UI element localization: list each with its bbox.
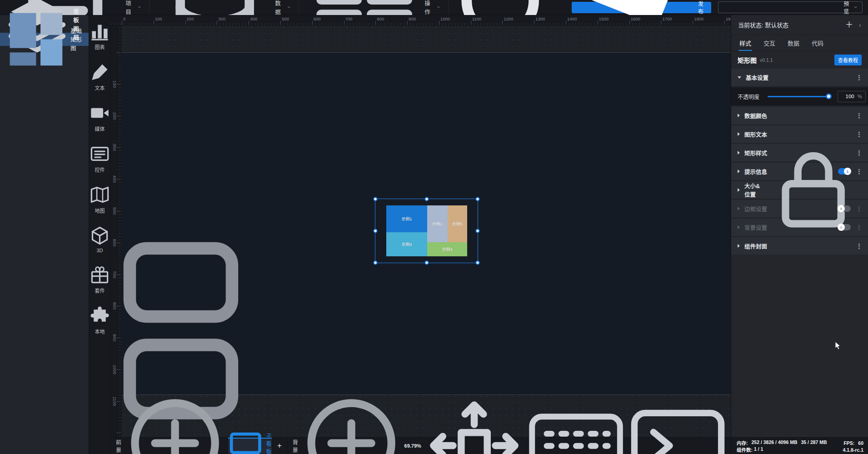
toggle-off[interactable]: 0 <box>838 224 851 230</box>
rail-item-kit-label: 套件 <box>95 287 105 294</box>
main-area: 看板图层 基础矩形图 图表文本媒体控件地图3D套件本地 010020030040… <box>0 15 868 454</box>
kebab-menu-icon[interactable]: ⋮ <box>856 205 863 212</box>
selection-handle[interactable] <box>374 261 378 265</box>
ruler-label: 500 <box>112 207 117 215</box>
selection-handle[interactable] <box>424 197 429 201</box>
publish-button[interactable]: 发布 <box>572 2 711 13</box>
menu-project-label: 项目 <box>125 0 135 16</box>
ruler-label: 600 <box>314 16 321 21</box>
component-title-row: 矩形图 v0.1.1 查看教程 <box>731 51 868 69</box>
ruler-label: 1300 <box>535 16 545 21</box>
rail-item-charts[interactable]: 图表 <box>89 20 110 50</box>
kebab-menu-icon[interactable]: ⋮ <box>856 112 863 119</box>
rail-item-map[interactable]: 地图 <box>89 184 110 214</box>
canvas-area[interactable]: 0100200300400500600700800900100011001200… <box>111 15 731 454</box>
caret-down-icon <box>738 76 741 79</box>
expand-states-icon[interactable]: › <box>859 21 861 28</box>
section-2[interactable]: 数据颜色⋮ <box>731 107 868 124</box>
section-controls: ⋮ <box>856 131 863 138</box>
ruler-label: 400 <box>250 16 257 21</box>
tutorial-button[interactable]: 查看教程 <box>834 55 862 65</box>
map-icon <box>89 184 110 205</box>
selection-handle[interactable] <box>476 261 480 265</box>
treemap-component-selection[interactable]: 示例1示例2示例5示例4示例3 <box>375 199 478 263</box>
kebab-menu-icon[interactable]: ⋮ <box>856 243 863 249</box>
kebab-menu-icon[interactable]: ⋮ <box>856 74 863 81</box>
console-icon[interactable] <box>629 408 727 454</box>
kebab-menu-icon[interactable]: ⋮ <box>856 224 863 231</box>
menu-operation[interactable]: 操作 <box>299 0 449 15</box>
section-6[interactable]: 大小&位置 <box>731 181 868 199</box>
treemap-cell-label: 示例4 <box>401 241 412 247</box>
ruler-label: 1800 <box>694 16 703 21</box>
chevron-down-icon <box>287 5 291 9</box>
rail-item-kit[interactable]: 套件 <box>89 264 110 294</box>
section-label: 大小&位置 <box>744 181 764 199</box>
widget-icon <box>89 143 110 165</box>
component-version: v0.1.1 <box>760 57 773 63</box>
add-state-button[interactable]: ＋ <box>845 21 853 29</box>
preview-button[interactable]: 预览 <box>718 1 863 13</box>
status-bar: 内存: 252 / 3826 / 4096 MB 35 / 287 MB FPS… <box>731 437 868 454</box>
ruler-label: 1200 <box>504 16 513 21</box>
dashboard-editor-app: 项目数据操作 发布 预览 看板图层 基础矩形图 <box>0 0 868 454</box>
kebab-menu-icon[interactable]: ⋮ <box>856 131 863 138</box>
ruler-label: 800 <box>377 16 384 21</box>
treemap-cell: 示例4 <box>386 232 427 256</box>
fit-view-icon[interactable] <box>425 397 523 454</box>
ruler-label: 500 <box>282 16 289 21</box>
opacity-slider-thumb[interactable] <box>826 94 832 100</box>
section-3[interactable]: 图形文本⋮ <box>731 125 868 143</box>
menu-data[interactable]: 数据 <box>150 0 299 15</box>
kit-icon <box>89 264 110 285</box>
inspector-tab-4[interactable]: 代码 <box>812 39 823 51</box>
section-label: 数据颜色 <box>744 111 767 120</box>
inspector-tab-1[interactable]: 样式 <box>739 39 751 51</box>
inspector-tab-2[interactable]: 交互 <box>763 39 775 51</box>
status-line-2: 组件数: 1 / 1 4.1.8-rc.1 <box>737 446 863 453</box>
selection-handle[interactable] <box>374 197 378 201</box>
menu-operation-label: 操作 <box>424 0 434 16</box>
rail-item-3d[interactable]: 3D <box>89 225 110 253</box>
memory-label: 内存: <box>737 439 748 446</box>
treemap-cell-label: 示例3 <box>442 246 452 252</box>
opacity-input[interactable]: 100% <box>838 91 866 102</box>
fps-value: 60 <box>858 440 863 446</box>
section-label: 基本设置 <box>746 73 768 82</box>
ruler-label: 300 <box>112 144 117 151</box>
mouse-cursor <box>835 341 841 350</box>
toggle-on[interactable]: 1 <box>838 168 851 175</box>
foreground-tab[interactable]: 前景 <box>111 438 228 454</box>
layer-item-treemap[interactable]: 基础矩形图 <box>0 33 89 46</box>
selection-handle[interactable] <box>374 229 378 233</box>
canvas-bottom-right-group: 69.79% <box>404 438 731 454</box>
selection-handle[interactable] <box>424 261 429 265</box>
selection-handle[interactable] <box>476 229 480 233</box>
section-1[interactable]: 基本设置⋮ <box>731 69 868 86</box>
ruler-label: 1500 <box>599 16 609 21</box>
keyboard-shortcuts-icon[interactable] <box>527 412 625 454</box>
add-foreground-icon[interactable] <box>125 393 225 454</box>
section-9[interactable]: 组件封面⋮ <box>731 237 868 254</box>
subboard-tab[interactable]: 子看板1 <box>228 438 272 454</box>
background-tab[interactable]: 背景 <box>288 438 404 454</box>
selection-handle[interactable] <box>476 197 480 201</box>
ruler-label: 1400 <box>567 16 577 21</box>
local-icon <box>89 305 110 326</box>
inspector-tab-3[interactable]: 数据 <box>788 39 799 51</box>
version-text: 4.1.8-rc.1 <box>843 447 863 453</box>
toggle-off[interactable]: 0 <box>838 205 851 212</box>
caret-right-icon <box>738 188 740 192</box>
rail-item-widget[interactable]: 控件 <box>89 143 110 173</box>
subboard-label: 子看板1 <box>266 432 272 454</box>
preview-label: 预览 <box>842 0 851 15</box>
add-background-icon[interactable] <box>301 393 401 454</box>
rail-item-text[interactable]: 文本 <box>89 61 110 91</box>
rail-item-local[interactable]: 本地 <box>89 305 110 335</box>
zoom-percent[interactable]: 69.79% <box>404 443 421 449</box>
fps-label: FPS: <box>843 440 854 446</box>
add-board-button[interactable]: + <box>272 438 288 454</box>
rail-item-media[interactable]: 媒体 <box>89 102 110 132</box>
foreground-label: 前景 <box>116 438 124 454</box>
opacity-slider[interactable] <box>768 96 830 97</box>
